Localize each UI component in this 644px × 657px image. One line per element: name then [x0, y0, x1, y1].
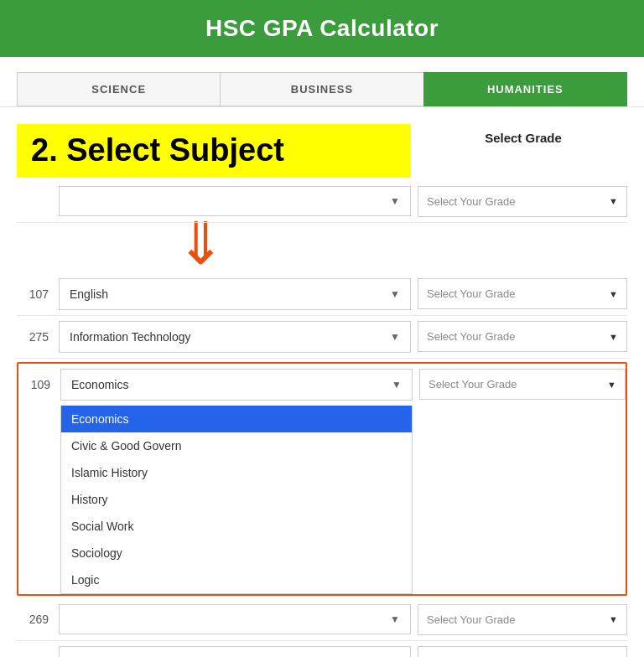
grade-arrow-icon: ▼: [607, 380, 616, 390]
grade-arrow-icon: ▼: [609, 614, 618, 624]
subject-select-display[interactable]: English ▼: [59, 278, 411, 310]
subject-select-wrap: ▼: [59, 646, 411, 657]
grade-placeholder: Select Your Grade: [428, 378, 517, 391]
dropdown-item[interactable]: History: [61, 486, 412, 513]
table-row: 107 English ▼ Select Your Grade ▼: [17, 273, 627, 316]
tab-business[interactable]: BUSINESS: [220, 72, 423, 106]
grade-select-display[interactable]: Select Your Grade ▼: [418, 604, 627, 635]
subject-select-display[interactable]: ▼: [59, 646, 411, 657]
dropdown-arrow-icon: ▼: [390, 331, 400, 343]
dropdown-arrow-icon: ▼: [390, 613, 400, 625]
grade-arrow-icon: ▼: [609, 196, 618, 206]
dropdown-item[interactable]: Economics: [61, 406, 412, 432]
subject-value: Information Technology: [70, 330, 191, 344]
grade-select-display[interactable]: Select Your Grade ▼: [418, 646, 627, 657]
grade-select-display[interactable]: Select Your Grade ▼: [418, 321, 627, 352]
grade-select-display[interactable]: Select Your Grade ▼: [418, 278, 627, 309]
arrow-row: ⇓: [17, 223, 627, 273]
subject-value: English: [70, 287, 108, 301]
subject-select-wrap: English ▼: [59, 278, 411, 310]
table-row: 275 Information Technology ▼ Select Your…: [17, 316, 627, 359]
dropdown-item[interactable]: Sociology: [61, 540, 412, 566]
grade-select-display[interactable]: Select Your Grade ▼: [418, 186, 627, 217]
dropdown-list: Economics Civic & Good Govern Islamic Hi…: [60, 406, 413, 594]
grade-placeholder: Select Your Grade: [427, 330, 516, 343]
row-number: 275: [17, 330, 59, 344]
grade-select-wrap: Select Your Grade ▼: [411, 321, 627, 352]
subject-select-display[interactable]: Economics ▼: [60, 369, 413, 401]
banner-text: 2. Select Subject: [31, 133, 397, 168]
subject-rows: ▼ Select Your Grade ▼ ⇓ 107: [17, 181, 627, 657]
main-content: 2. Select Subject Select Grade ▼ Select …: [0, 107, 644, 657]
dropdown-arrow-icon: ▼: [392, 379, 402, 391]
subject-select-display[interactable]: ▼: [59, 186, 411, 216]
dropdown-item[interactable]: Social Work: [61, 513, 412, 540]
tabs-bar: SCIENCE BUSINESS HUMANITIES: [0, 57, 644, 107]
tab-humanities[interactable]: HUMANITIES: [423, 72, 627, 106]
dropdown-open-row: 109 Economics ▼ Select Your Grade ▼: [17, 362, 627, 596]
table-row: ▼ Select Your Grade ▼: [17, 181, 627, 223]
grade-placeholder: Select Your Grade: [427, 195, 516, 208]
subject-select-wrap: ▼: [59, 604, 411, 634]
grade-column-header: Select Grade: [411, 124, 627, 145]
subject-select-wrap: Information Technology ▼: [59, 321, 411, 353]
grade-select-wrap: Select Your Grade ▼: [411, 186, 627, 217]
grade-select-wrap: Select Your Grade ▼: [411, 604, 627, 635]
grade-arrow-icon: ▼: [609, 289, 618, 299]
grade-select-wrap: Select Your Grade ▼: [413, 369, 626, 400]
grade-select-wrap: Select Your Grade ▼: [411, 646, 627, 657]
subject-value: Economics: [71, 378, 128, 391]
dropdown-arrow-icon: ▼: [390, 288, 400, 300]
table-row: 267 ▼ Select Your Grade ▼: [17, 641, 627, 657]
grade-arrow-icon: ▼: [609, 332, 618, 342]
grade-placeholder: Select Your Grade: [427, 613, 516, 626]
dropdown-arrow-icon: ▼: [390, 195, 400, 207]
table-row: 269 ▼ Select Your Grade ▼: [17, 599, 627, 641]
grade-select-wrap: Select Your Grade ▼: [411, 278, 627, 309]
subject-select-wrap: ▼: [59, 186, 411, 216]
row-number: 269: [17, 613, 59, 626]
app-container: HSC GPA Calculator SCIENCE BUSINESS HUMA…: [0, 0, 644, 657]
dropdown-item[interactable]: Islamic History: [61, 459, 412, 486]
row-inner: 109 Economics ▼ Select Your Grade ▼: [18, 364, 626, 406]
subject-select-display[interactable]: Information Technology ▼: [59, 321, 411, 353]
grade-select-display[interactable]: Select Your Grade ▼: [419, 369, 626, 400]
select-subject-banner: 2. Select Subject: [17, 124, 411, 178]
dropdown-item[interactable]: Civic & Good Govern: [61, 432, 412, 459]
row-number: 109: [18, 378, 60, 391]
subject-select-wrap: Economics ▼: [60, 369, 413, 401]
grade-placeholder: Select Your Grade: [427, 287, 516, 300]
top-section: 2. Select Subject Select Grade: [17, 124, 627, 178]
header: HSC GPA Calculator: [0, 0, 644, 57]
orange-arrow-icon: ⇓: [176, 215, 226, 273]
subject-select-display[interactable]: ▼: [59, 604, 411, 634]
page-title: HSC GPA Calculator: [0, 15, 644, 42]
dropdown-item[interactable]: Logic: [61, 566, 412, 593]
tab-science[interactable]: SCIENCE: [17, 72, 220, 106]
row-number: 107: [17, 287, 59, 301]
